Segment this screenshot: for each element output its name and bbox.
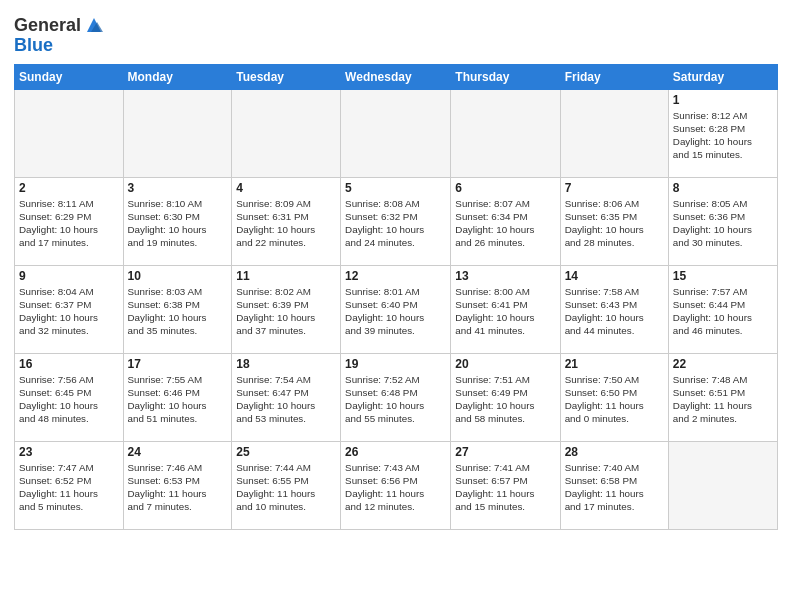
day-number: 17 xyxy=(128,357,228,371)
day-info: Sunrise: 8:04 AM Sunset: 6:37 PM Dayligh… xyxy=(19,285,119,338)
calendar-cell: 7Sunrise: 8:06 AM Sunset: 6:35 PM Daylig… xyxy=(560,177,668,265)
day-number: 4 xyxy=(236,181,336,195)
day-number: 5 xyxy=(345,181,446,195)
day-info: Sunrise: 7:56 AM Sunset: 6:45 PM Dayligh… xyxy=(19,373,119,426)
calendar-cell: 23Sunrise: 7:47 AM Sunset: 6:52 PM Dayli… xyxy=(15,441,124,529)
calendar-cell: 28Sunrise: 7:40 AM Sunset: 6:58 PM Dayli… xyxy=(560,441,668,529)
logo: General Blue xyxy=(14,16,105,56)
calendar-cell: 6Sunrise: 8:07 AM Sunset: 6:34 PM Daylig… xyxy=(451,177,560,265)
day-number: 6 xyxy=(455,181,555,195)
weekday-header-row: SundayMondayTuesdayWednesdayThursdayFrid… xyxy=(15,64,778,89)
day-number: 19 xyxy=(345,357,446,371)
calendar-cell: 16Sunrise: 7:56 AM Sunset: 6:45 PM Dayli… xyxy=(15,353,124,441)
day-info: Sunrise: 8:12 AM Sunset: 6:28 PM Dayligh… xyxy=(673,109,773,162)
day-number: 18 xyxy=(236,357,336,371)
calendar-cell: 1Sunrise: 8:12 AM Sunset: 6:28 PM Daylig… xyxy=(668,89,777,177)
calendar-cell: 27Sunrise: 7:41 AM Sunset: 6:57 PM Dayli… xyxy=(451,441,560,529)
day-number: 23 xyxy=(19,445,119,459)
week-row-4: 16Sunrise: 7:56 AM Sunset: 6:45 PM Dayli… xyxy=(15,353,778,441)
calendar-cell: 20Sunrise: 7:51 AM Sunset: 6:49 PM Dayli… xyxy=(451,353,560,441)
day-number: 8 xyxy=(673,181,773,195)
calendar-cell: 26Sunrise: 7:43 AM Sunset: 6:56 PM Dayli… xyxy=(341,441,451,529)
calendar-cell: 24Sunrise: 7:46 AM Sunset: 6:53 PM Dayli… xyxy=(123,441,232,529)
day-info: Sunrise: 8:10 AM Sunset: 6:30 PM Dayligh… xyxy=(128,197,228,250)
weekday-header-saturday: Saturday xyxy=(668,64,777,89)
day-number: 21 xyxy=(565,357,664,371)
day-info: Sunrise: 7:52 AM Sunset: 6:48 PM Dayligh… xyxy=(345,373,446,426)
day-number: 26 xyxy=(345,445,446,459)
calendar-cell xyxy=(341,89,451,177)
week-row-3: 9Sunrise: 8:04 AM Sunset: 6:37 PM Daylig… xyxy=(15,265,778,353)
day-info: Sunrise: 8:00 AM Sunset: 6:41 PM Dayligh… xyxy=(455,285,555,338)
page: General Blue SundayMondayTuesdayWednesda… xyxy=(0,0,792,540)
day-number: 14 xyxy=(565,269,664,283)
day-info: Sunrise: 7:58 AM Sunset: 6:43 PM Dayligh… xyxy=(565,285,664,338)
day-info: Sunrise: 8:05 AM Sunset: 6:36 PM Dayligh… xyxy=(673,197,773,250)
calendar-cell: 17Sunrise: 7:55 AM Sunset: 6:46 PM Dayli… xyxy=(123,353,232,441)
weekday-header-sunday: Sunday xyxy=(15,64,124,89)
weekday-header-monday: Monday xyxy=(123,64,232,89)
day-info: Sunrise: 8:02 AM Sunset: 6:39 PM Dayligh… xyxy=(236,285,336,338)
calendar-cell: 5Sunrise: 8:08 AM Sunset: 6:32 PM Daylig… xyxy=(341,177,451,265)
calendar-cell: 14Sunrise: 7:58 AM Sunset: 6:43 PM Dayli… xyxy=(560,265,668,353)
calendar: SundayMondayTuesdayWednesdayThursdayFrid… xyxy=(14,64,778,530)
day-number: 15 xyxy=(673,269,773,283)
calendar-cell: 22Sunrise: 7:48 AM Sunset: 6:51 PM Dayli… xyxy=(668,353,777,441)
day-info: Sunrise: 7:43 AM Sunset: 6:56 PM Dayligh… xyxy=(345,461,446,514)
calendar-cell: 3Sunrise: 8:10 AM Sunset: 6:30 PM Daylig… xyxy=(123,177,232,265)
calendar-cell xyxy=(123,89,232,177)
header: General Blue xyxy=(14,12,778,56)
calendar-cell: 21Sunrise: 7:50 AM Sunset: 6:50 PM Dayli… xyxy=(560,353,668,441)
calendar-cell: 4Sunrise: 8:09 AM Sunset: 6:31 PM Daylig… xyxy=(232,177,341,265)
day-info: Sunrise: 7:51 AM Sunset: 6:49 PM Dayligh… xyxy=(455,373,555,426)
weekday-header-tuesday: Tuesday xyxy=(232,64,341,89)
day-info: Sunrise: 7:48 AM Sunset: 6:51 PM Dayligh… xyxy=(673,373,773,426)
week-row-1: 1Sunrise: 8:12 AM Sunset: 6:28 PM Daylig… xyxy=(15,89,778,177)
day-number: 28 xyxy=(565,445,664,459)
day-number: 3 xyxy=(128,181,228,195)
calendar-cell: 13Sunrise: 8:00 AM Sunset: 6:41 PM Dayli… xyxy=(451,265,560,353)
day-info: Sunrise: 8:09 AM Sunset: 6:31 PM Dayligh… xyxy=(236,197,336,250)
weekday-header-friday: Friday xyxy=(560,64,668,89)
week-row-2: 2Sunrise: 8:11 AM Sunset: 6:29 PM Daylig… xyxy=(15,177,778,265)
calendar-cell xyxy=(232,89,341,177)
calendar-cell: 2Sunrise: 8:11 AM Sunset: 6:29 PM Daylig… xyxy=(15,177,124,265)
day-info: Sunrise: 7:41 AM Sunset: 6:57 PM Dayligh… xyxy=(455,461,555,514)
day-number: 22 xyxy=(673,357,773,371)
weekday-header-wednesday: Wednesday xyxy=(341,64,451,89)
day-number: 12 xyxy=(345,269,446,283)
day-number: 1 xyxy=(673,93,773,107)
day-info: Sunrise: 8:06 AM Sunset: 6:35 PM Dayligh… xyxy=(565,197,664,250)
calendar-cell: 25Sunrise: 7:44 AM Sunset: 6:55 PM Dayli… xyxy=(232,441,341,529)
day-info: Sunrise: 7:47 AM Sunset: 6:52 PM Dayligh… xyxy=(19,461,119,514)
calendar-cell: 19Sunrise: 7:52 AM Sunset: 6:48 PM Dayli… xyxy=(341,353,451,441)
day-number: 2 xyxy=(19,181,119,195)
day-number: 10 xyxy=(128,269,228,283)
calendar-cell: 12Sunrise: 8:01 AM Sunset: 6:40 PM Dayli… xyxy=(341,265,451,353)
day-info: Sunrise: 8:03 AM Sunset: 6:38 PM Dayligh… xyxy=(128,285,228,338)
calendar-cell xyxy=(560,89,668,177)
day-info: Sunrise: 8:08 AM Sunset: 6:32 PM Dayligh… xyxy=(345,197,446,250)
day-number: 7 xyxy=(565,181,664,195)
day-info: Sunrise: 7:55 AM Sunset: 6:46 PM Dayligh… xyxy=(128,373,228,426)
day-info: Sunrise: 7:50 AM Sunset: 6:50 PM Dayligh… xyxy=(565,373,664,426)
logo-text-blue: Blue xyxy=(14,36,105,56)
day-number: 9 xyxy=(19,269,119,283)
calendar-cell: 9Sunrise: 8:04 AM Sunset: 6:37 PM Daylig… xyxy=(15,265,124,353)
day-number: 25 xyxy=(236,445,336,459)
day-info: Sunrise: 8:11 AM Sunset: 6:29 PM Dayligh… xyxy=(19,197,119,250)
weekday-header-thursday: Thursday xyxy=(451,64,560,89)
calendar-cell: 10Sunrise: 8:03 AM Sunset: 6:38 PM Dayli… xyxy=(123,265,232,353)
day-info: Sunrise: 7:46 AM Sunset: 6:53 PM Dayligh… xyxy=(128,461,228,514)
day-number: 13 xyxy=(455,269,555,283)
day-number: 24 xyxy=(128,445,228,459)
week-row-5: 23Sunrise: 7:47 AM Sunset: 6:52 PM Dayli… xyxy=(15,441,778,529)
day-info: Sunrise: 7:44 AM Sunset: 6:55 PM Dayligh… xyxy=(236,461,336,514)
day-number: 16 xyxy=(19,357,119,371)
calendar-cell xyxy=(15,89,124,177)
day-info: Sunrise: 7:54 AM Sunset: 6:47 PM Dayligh… xyxy=(236,373,336,426)
day-info: Sunrise: 8:07 AM Sunset: 6:34 PM Dayligh… xyxy=(455,197,555,250)
calendar-cell xyxy=(668,441,777,529)
calendar-cell xyxy=(451,89,560,177)
day-number: 27 xyxy=(455,445,555,459)
